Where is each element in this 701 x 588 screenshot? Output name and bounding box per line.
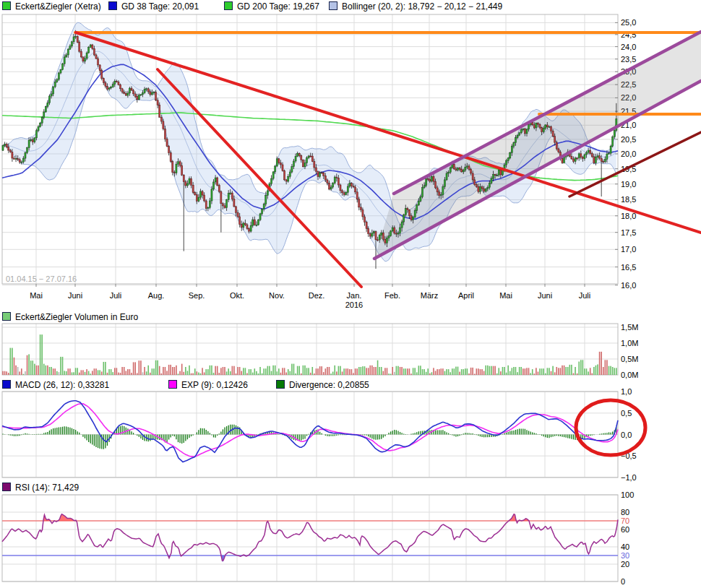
svg-text:Mai: Mai (30, 291, 43, 300)
svg-text:80: 80 (621, 508, 629, 516)
svg-text:0,5M: 0,5M (621, 355, 638, 363)
macd-line (2, 401, 618, 462)
svg-text:Juli: Juli (579, 291, 591, 300)
uptrend-channel-lower (374, 81, 701, 259)
svg-text:17,5: 17,5 (621, 228, 636, 237)
svg-text:1,5M: 1,5M (621, 323, 638, 332)
svg-text:Juni: Juni (68, 291, 82, 300)
svg-text:Sep.: Sep. (189, 291, 205, 300)
svg-text:1,0M: 1,0M (621, 339, 638, 347)
svg-text:0,5: 0,5 (621, 409, 632, 418)
svg-text:Aug.: Aug. (148, 291, 165, 300)
svg-text:Juli: Juli (110, 291, 122, 300)
highlight-circle-annotation (576, 400, 645, 455)
svg-text:20,0: 20,0 (621, 150, 636, 158)
svg-text:0,0: 0,0 (621, 431, 632, 439)
svg-text:0,0M: 0,0M (621, 371, 638, 379)
svg-text:0: 0 (621, 577, 625, 586)
svg-text:2016: 2016 (345, 301, 363, 309)
svg-text:Nov.: Nov. (269, 291, 285, 300)
svg-text:16,5: 16,5 (621, 263, 636, 272)
chart-canvas: 25,024,524,023,523,022,522,021,521,020,5… (0, 0, 701, 588)
svg-text:24,0: 24,0 (621, 43, 636, 51)
svg-text:1,0: 1,0 (621, 387, 632, 396)
svg-text:18,0: 18,0 (621, 212, 636, 220)
svg-text:20: 20 (621, 560, 629, 568)
svg-text:100: 100 (621, 490, 634, 499)
svg-text:01.04.15 − 27.07.16: 01.04.15 − 27.07.16 (6, 274, 77, 283)
svg-text:Juni: Juni (538, 291, 552, 300)
svg-text:Mai: Mai (499, 291, 512, 300)
svg-text:−1,0: −1,0 (621, 473, 637, 482)
svg-text:Jan.: Jan. (347, 291, 362, 300)
svg-text:25,0: 25,0 (621, 18, 636, 27)
exp-line (2, 404, 618, 457)
svg-text:60: 60 (621, 525, 629, 534)
svg-text:23,5: 23,5 (621, 55, 636, 64)
svg-text:April: April (458, 291, 474, 300)
volume-panel: 1,5M1,0M0,5M0,0M (2, 323, 638, 379)
svg-text:20,5: 20,5 (621, 135, 636, 144)
svg-text:30: 30 (621, 551, 629, 560)
svg-text:40: 40 (621, 542, 629, 551)
svg-text:18,5: 18,5 (621, 195, 636, 204)
svg-text:70: 70 (621, 516, 629, 525)
svg-text:Okt.: Okt. (230, 291, 244, 300)
rsi-panel: 1008070604030200 (2, 490, 634, 586)
stock-analysis-chart: Eckert&Ziegler (Xetra) GD 38 Tage: 20,09… (0, 0, 701, 588)
svg-text:Feb.: Feb. (384, 291, 400, 300)
svg-text:17,0: 17,0 (621, 245, 636, 254)
macd-panel: 1,00,50,0−0,5−1,0 (2, 387, 645, 482)
svg-text:Dez.: Dez. (309, 291, 325, 300)
svg-text:19,0: 19,0 (621, 180, 636, 189)
svg-text:März: März (421, 291, 438, 300)
price-panel: 25,024,524,023,523,022,522,021,521,020,5… (2, 14, 701, 309)
svg-text:16,0: 16,0 (621, 281, 636, 290)
